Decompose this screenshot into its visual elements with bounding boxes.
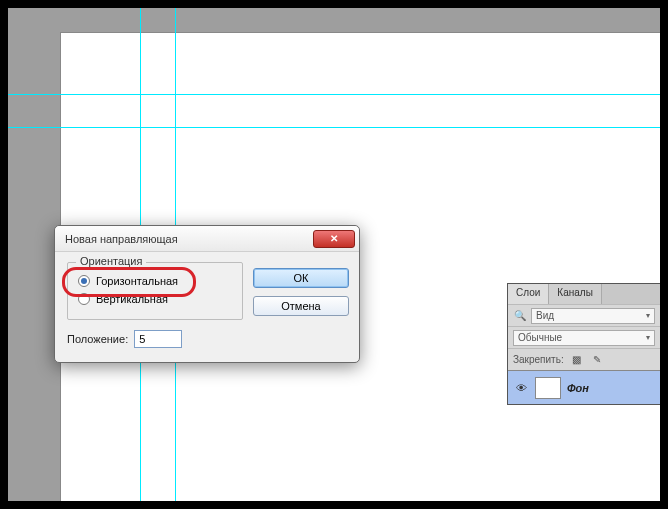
chevron-down-icon: ▾ <box>646 333 650 342</box>
orientation-legend: Ориентация <box>76 255 146 267</box>
cancel-button[interactable]: Отмена <box>253 296 349 316</box>
radio-vertical[interactable]: Вертикальная <box>78 293 232 305</box>
lock-transparent-icon[interactable]: ▩ <box>570 353 584 367</box>
layers-panel: Слои Каналы 🔍 Вид ▾ Обычные ▾ Закрепить:… <box>507 283 661 405</box>
ok-button[interactable]: ОК <box>253 268 349 288</box>
filter-dropdown[interactable]: Вид ▾ <box>531 308 655 324</box>
close-icon: ✕ <box>330 233 338 244</box>
dialog-title: Новая направляющая <box>65 233 178 245</box>
orientation-group: Ориентация Горизонтальная Вертикальная <box>67 262 243 320</box>
guide-horizontal[interactable] <box>8 94 660 95</box>
radio-vertical-label: Вертикальная <box>96 293 168 305</box>
layer-thumbnail <box>535 377 561 399</box>
new-guide-dialog: Новая направляющая ✕ Ориентация Горизонт… <box>54 225 360 363</box>
radio-horizontal-label: Горизонтальная <box>96 275 178 287</box>
radio-icon <box>78 293 90 305</box>
position-label: Положение: <box>67 333 128 345</box>
position-input[interactable] <box>134 330 182 348</box>
filter-label: Вид <box>536 310 554 321</box>
blend-mode-dropdown[interactable]: Обычные ▾ <box>513 330 655 346</box>
tab-channels[interactable]: Каналы <box>549 284 602 304</box>
layer-item[interactable]: 👁 Фон <box>508 370 660 404</box>
brush-icon[interactable]: ✎ <box>590 353 604 367</box>
radio-icon <box>78 275 90 287</box>
lock-label: Закрепить: <box>513 354 564 365</box>
close-button[interactable]: ✕ <box>313 230 355 248</box>
visibility-icon[interactable]: 👁 <box>513 380 529 396</box>
radio-horizontal[interactable]: Горизонтальная <box>78 275 232 287</box>
blend-mode-value: Обычные <box>518 332 562 343</box>
tab-layers[interactable]: Слои <box>508 284 549 304</box>
guide-horizontal[interactable] <box>8 127 660 128</box>
search-icon: 🔍 <box>513 309 527 323</box>
layer-name: Фон <box>567 382 589 394</box>
dialog-titlebar[interactable]: Новая направляющая ✕ <box>55 226 359 252</box>
chevron-down-icon: ▾ <box>646 311 650 320</box>
